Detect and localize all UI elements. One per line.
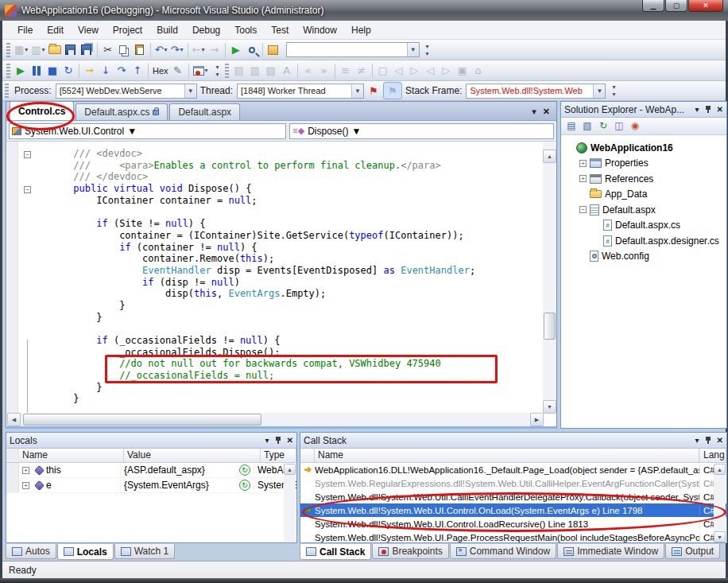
locals-scrollbar[interactable]: ▲ [284, 464, 296, 542]
tab-call-stack[interactable]: Call Stack [300, 544, 371, 560]
properties-icon[interactable]: ▤ [564, 119, 579, 134]
call-stack-header[interactable]: Call Stack ▾ ✕ [300, 433, 726, 449]
menu-help[interactable]: Help [344, 22, 378, 38]
scroll-down-icon[interactable]: ▼ [714, 531, 726, 542]
open-file-button[interactable] [47, 42, 63, 58]
code-editor[interactable]: − − /// <devdoc> /// <para>Enables a con… [7, 142, 544, 414]
web-settings-icon[interactable]: ◉ [628, 119, 642, 134]
editor-horizontal-scrollbar[interactable]: ◀ ▶ [7, 413, 544, 426]
save-all-button[interactable] [79, 42, 95, 58]
locals-header[interactable]: Locals ▾ ✕ [6, 433, 296, 449]
menu-file[interactable]: File [10, 22, 40, 38]
tab-default-aspx-cs[interactable]: Default.aspx.cs [76, 103, 168, 120]
tab-immediate-window[interactable]: Immediate Window [557, 544, 664, 559]
menu-debug[interactable]: Debug [185, 22, 227, 38]
scrollbar-thumb[interactable] [23, 414, 261, 426]
column-header-type[interactable]: Type [261, 449, 296, 462]
scroll-down-icon[interactable]: ▼ [543, 400, 556, 414]
tree-item-web-config[interactable]: Web.config [561, 249, 726, 265]
column-header-lang[interactable]: Lang [699, 449, 726, 462]
window-position-icon[interactable]: ▾ [695, 105, 699, 114]
close-panel-icon[interactable]: ✕ [717, 436, 723, 445]
toolbar-grip[interactable] [6, 64, 10, 78]
outline-collapse-icon[interactable]: − [24, 151, 31, 158]
tab-breakpoints[interactable]: Breakpoints [372, 544, 448, 559]
redo-button[interactable]: ↷▾ [169, 42, 185, 58]
chevron-down-icon[interactable]: ▼ [352, 126, 362, 137]
auto-hide-pin-icon[interactable] [705, 437, 711, 444]
toolbar-grip[interactable] [6, 43, 10, 57]
stop-debug-button[interactable]: ■ [45, 63, 60, 79]
locals-row[interactable]: +this{ASP.default_aspx}↻WebAppli [6, 463, 296, 478]
expand-icon[interactable]: + [22, 482, 29, 489]
show-next-statement-button[interactable]: ➙ [82, 63, 98, 79]
process-combo[interactable]: [5524] WebDev.WebServe ▼ [56, 84, 197, 99]
paste-button[interactable] [132, 42, 148, 58]
expand-icon[interactable]: + [22, 467, 29, 474]
scroll-right-icon[interactable]: ▶ [530, 413, 544, 426]
refresh-icon[interactable]: ↻ [596, 119, 610, 134]
column-header-value[interactable]: Value [124, 449, 261, 462]
scroll-up-icon[interactable]: ▲ [284, 464, 296, 475]
undo-button[interactable]: ↶▾ [153, 42, 169, 58]
active-files-dropdown-icon[interactable]: ▾ [532, 107, 536, 117]
close-panel-icon[interactable]: ✕ [717, 105, 723, 114]
maximize-button[interactable]: ▢ [665, 0, 687, 12]
column-header-name[interactable]: Name [315, 449, 699, 462]
solution-explorer-header[interactable]: Solution Explorer - WebAp... ▾ ✕ [561, 102, 726, 118]
members-combo[interactable]: ≡◆ Dispose() ▼ [289, 123, 554, 139]
toolbar-grip[interactable] [5, 84, 9, 98]
chevron-down-icon[interactable]: ▼ [351, 84, 363, 98]
tab-control-cs[interactable]: Control.cs [10, 101, 74, 120]
minimize-button[interactable]: ▁ [642, 0, 664, 12]
scroll-left-icon[interactable]: ◀ [7, 413, 21, 426]
tab-autos[interactable]: Autos [6, 544, 56, 559]
toolbar-grip[interactable] [225, 64, 229, 78]
tab-locals[interactable]: Locals [57, 544, 114, 560]
stack-frame-combo[interactable]: System.Web.dll!System.Web ▼ [466, 84, 606, 99]
step-over-button[interactable]: ↷ [114, 63, 130, 79]
step-out-button[interactable]: ↑ [130, 63, 145, 79]
thread-combo[interactable]: [1848] Worker Thread ▼ [237, 84, 364, 99]
toolbar-options-icon[interactable]: ▾▾ [213, 64, 223, 78]
view-class-diagram-icon[interactable]: ◫ [612, 119, 626, 134]
step-into-button[interactable]: ↓ [98, 63, 114, 79]
copy-button[interactable] [116, 42, 132, 58]
toolbar-options-icon[interactable]: ▾▾ [423, 43, 432, 57]
tree-item-references[interactable]: +References [561, 171, 726, 187]
refresh-icon[interactable]: ↻ [239, 480, 250, 491]
scroll-up-icon[interactable]: ▲ [543, 150, 556, 163]
tree-item-default-aspx-designer-cs[interactable]: Default.aspx.designer.cs [561, 233, 726, 249]
scrollbar-thumb[interactable] [544, 313, 556, 340]
show-threads-button[interactable]: ✎ [170, 63, 186, 79]
save-button[interactable] [63, 42, 79, 58]
find-combo[interactable]: ▼ [286, 42, 420, 57]
close-panel-icon[interactable]: ✕ [287, 436, 293, 445]
expand-icon[interactable]: + [579, 160, 587, 167]
tree-item-app-data[interactable]: App_Data [561, 187, 726, 203]
object-browser-button[interactable] [265, 42, 281, 58]
call-stack-frame[interactable]: System.Web.dll!System.Web.Util.CalliEven… [300, 490, 726, 503]
tree-item-properties[interactable]: +Properties [561, 156, 726, 172]
menu-project[interactable]: Project [106, 22, 149, 38]
call-stack-frame[interactable]: ➜WebApplication16.DLL!WebApplication16._… [300, 463, 726, 476]
call-stack-frame[interactable]: System.Web.dll!System.Web.UI.Page.Proces… [300, 531, 726, 542]
toolbar-options-icon[interactable]: ▾▾ [609, 84, 618, 98]
cut-button[interactable]: ✂ [100, 42, 116, 58]
expand-icon[interactable]: + [579, 175, 587, 182]
chevron-down-icon[interactable]: ▼ [127, 126, 137, 137]
break-all-button[interactable] [29, 63, 45, 79]
collapse-icon[interactable]: − [579, 206, 587, 213]
outline-collapse-icon[interactable]: − [24, 186, 31, 193]
chevron-down-icon[interactable]: ▼ [593, 84, 605, 98]
menu-tools[interactable]: Tools [227, 22, 264, 38]
restart-button[interactable]: ↻ [60, 63, 76, 79]
menu-window[interactable]: Window [296, 22, 344, 38]
menu-view[interactable]: View [71, 22, 106, 38]
tree-item-default-aspx-cs[interactable]: Default.aspx.cs [561, 218, 726, 234]
tree-item-webapplication16[interactable]: WebApplication16 [561, 140, 726, 156]
find-button[interactable] [244, 42, 260, 58]
flag-threads-icon[interactable]: ⚑ [365, 83, 382, 99]
call-stack-frame[interactable]: ➜System.Web.dll!System.Web.UI.Control.On… [300, 503, 726, 517]
locals-row[interactable]: +e{System.EventArgs}↻System.E [6, 478, 296, 493]
